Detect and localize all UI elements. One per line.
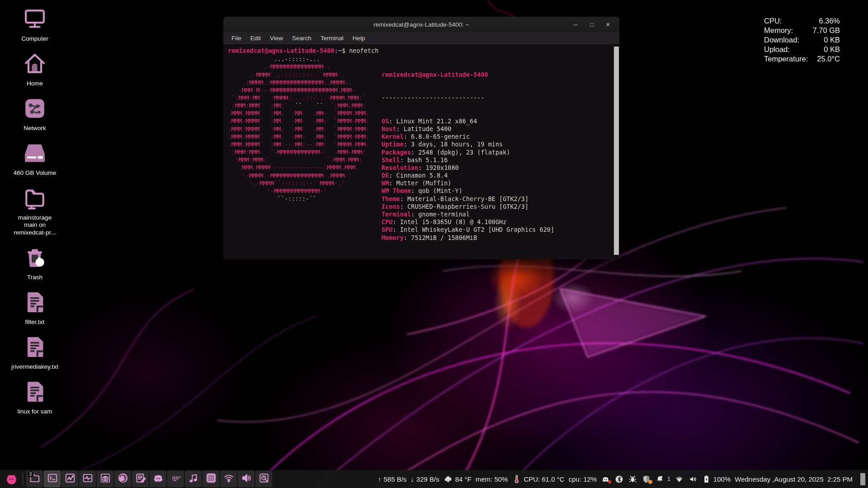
terminal-body[interactable]: remixedcat@agnx-Latitude-5400:~$ neofetc… xyxy=(223,44,619,259)
desktop-icon-label: Trash xyxy=(27,274,42,282)
bug-icon xyxy=(628,474,637,484)
tray-text: 1 xyxy=(667,476,670,482)
tray-shield-updates[interactable] xyxy=(642,474,651,484)
taskbar-item-editor[interactable] xyxy=(132,471,149,487)
tray-battery[interactable]: 100% xyxy=(702,474,731,484)
firefox-icon xyxy=(117,472,129,486)
cloud-icon xyxy=(443,474,453,484)
taskbar-item-terminal[interactable] xyxy=(44,471,61,487)
menu-view[interactable]: View xyxy=(265,35,288,42)
start-menu-button[interactable] xyxy=(3,470,20,488)
menu-terminal[interactable]: Terminal xyxy=(316,35,348,42)
terminal-window[interactable]: remixedcat@agnx-Latitude-5400: ~ ─□✕ Fil… xyxy=(223,17,619,259)
neofetch-title: remixedcat@agnx-Latitude-5400 xyxy=(382,71,615,79)
maximize-button[interactable]: □ xyxy=(587,21,597,28)
app-grid-icon xyxy=(205,472,217,486)
close-button[interactable]: ✕ xyxy=(603,21,613,28)
taskbar-item-app-grid[interactable] xyxy=(203,471,219,487)
taskbar-item-discord[interactable] xyxy=(150,471,166,487)
taskbar-item-dots-board[interactable] xyxy=(167,471,184,487)
menu-search[interactable]: Search xyxy=(288,35,316,42)
neofetch-field: OS: Linux Mint 21.2 x86_64 xyxy=(382,117,615,125)
field-value: 7512MiB / 15806MiB xyxy=(411,234,477,241)
taskbar-item-search-clock[interactable] xyxy=(255,471,272,487)
minimize-button[interactable]: ─ xyxy=(571,21,580,28)
clock[interactable]: Wednesday ,August 20, 2025 2:25 PM xyxy=(735,475,853,483)
field-value: Mutter (Muffin) xyxy=(396,179,452,187)
tray-discord-tray[interactable] xyxy=(601,474,610,484)
tray-text: 329 B/s xyxy=(416,475,439,483)
desktop-icon-label: linux for sam xyxy=(18,408,52,416)
taskbar-item-screenshot[interactable] xyxy=(97,471,113,487)
desktop-icon-linux-for-sam[interactable]: linux for sam xyxy=(11,379,59,416)
desktop-icon-460-gb-volume[interactable]: 460 GB Volume xyxy=(11,141,59,177)
taskbar-item-chart[interactable] xyxy=(61,471,78,487)
stat-label: Temperature: xyxy=(764,54,808,64)
desktop-icon-jrivermediakey-txt[interactable]: jrivermediakey.txt xyxy=(11,334,59,371)
menu-file[interactable]: File xyxy=(227,35,246,42)
tray-text: 585 B/s xyxy=(383,475,406,483)
taskbar-item-music[interactable] xyxy=(185,471,202,487)
home-icon xyxy=(22,51,47,78)
upload-speed-arrow-icon: ↑ xyxy=(378,475,382,483)
tray-bug-tray[interactable] xyxy=(628,474,637,484)
field-value: gnome-terminal xyxy=(418,211,470,218)
terminal-titlebar[interactable]: remixedcat@agnx-Latitude-5400: ~ ─□✕ xyxy=(223,17,619,32)
stat-label: Upload: xyxy=(764,45,790,54)
computer-icon xyxy=(22,6,47,33)
desktop-icon-trash[interactable]: Trash xyxy=(11,245,59,282)
menu-edit[interactable]: Edit xyxy=(246,35,265,42)
taskbar-item-volume[interactable] xyxy=(238,471,255,487)
field-value: Cinnamon 5.8.4 xyxy=(396,172,448,179)
tray-sound[interactable] xyxy=(688,474,698,484)
field-value: Intel i5-8365U (8) @ 4.100GHz xyxy=(400,218,507,225)
desktop-icon-label: jrivermediakey.txt xyxy=(11,363,58,371)
tray-bluetooth[interactable] xyxy=(614,474,624,484)
taskbar-item-firefox[interactable] xyxy=(114,471,131,487)
field-value: 868x488 xyxy=(426,164,459,171)
desktop-icon-network[interactable]: Network xyxy=(11,96,59,132)
field-label: OS xyxy=(382,117,389,125)
desktop-icon-computer[interactable]: Computer xyxy=(11,6,59,43)
tray-weather[interactable]: 84 °F xyxy=(443,474,472,484)
stat-value: 0 KB xyxy=(824,45,840,54)
desktop-icons: ComputerHomeNetwork460 GB Volumemainstor… xyxy=(11,6,59,416)
taskbar-item-files[interactable]: 3 xyxy=(26,471,43,487)
stat-label: Memory: xyxy=(764,26,793,35)
field-label: Shell xyxy=(382,156,400,164)
field-label: CPU xyxy=(382,218,392,225)
field-label: Kernel xyxy=(382,133,404,140)
discord-tray-icon xyxy=(601,474,610,484)
tray-text: 100% xyxy=(713,475,731,483)
menu-help[interactable]: Help xyxy=(348,35,370,42)
window-controls: ─□✕ xyxy=(571,21,619,28)
wifi-tray-icon xyxy=(675,474,684,484)
tray-cpu-usage[interactable]: cpu: 12% xyxy=(569,475,597,483)
desktop-icon-label: Home xyxy=(27,80,43,88)
neofetch-field: Host: Latitude 5400 xyxy=(382,125,615,133)
neofetch-field: Theme: Material-Black-Cherry-BE [GTK2/3] xyxy=(382,195,615,203)
tray-cpu-temp[interactable]: CPU: 61.0 °C xyxy=(512,474,564,484)
tray-notifications[interactable]: 1 xyxy=(655,474,670,484)
tray-upload-speed[interactable]: ↑585 B/s xyxy=(378,475,406,483)
tray-network-wifi[interactable] xyxy=(675,474,684,484)
field-value: bash 5.1.16 xyxy=(407,156,448,164)
tray-download-speed[interactable]: ↓329 B/s xyxy=(410,475,439,483)
taskbar: 3 ↑585 B/s↓329 B/s84 °Fmem: 50%CPU: 61.0… xyxy=(0,470,868,488)
desktop-icon-home[interactable]: Home xyxy=(11,51,59,88)
stat-row: Upload:0 KB xyxy=(764,45,840,54)
desktop-icon-mainstorage-main-on-remixedcat-pr[interactable]: mainstorage main on remixedcat-pr... xyxy=(11,185,59,237)
stat-value: 25.0°C xyxy=(817,54,840,64)
taskbar-item-wifi[interactable] xyxy=(220,471,237,487)
terminal-scrollbar[interactable] xyxy=(614,47,619,255)
tray-memory-usage[interactable]: mem: 50% xyxy=(476,475,508,483)
show-desktop-button[interactable] xyxy=(860,473,865,485)
field-value: 6.8.0-65-generic xyxy=(411,133,470,140)
thermometer-icon xyxy=(512,474,521,484)
discord-icon xyxy=(152,472,164,486)
tray-text: mem: 50% xyxy=(476,475,508,483)
neofetch-field: Icons: CRUSHED-Raspberries-Suru [GTK2/3] xyxy=(382,203,615,211)
taskbar-item-pulse[interactable] xyxy=(79,471,96,487)
pulse-icon xyxy=(82,472,94,486)
desktop-icon-filter-txt[interactable]: filter.txt xyxy=(11,290,59,326)
